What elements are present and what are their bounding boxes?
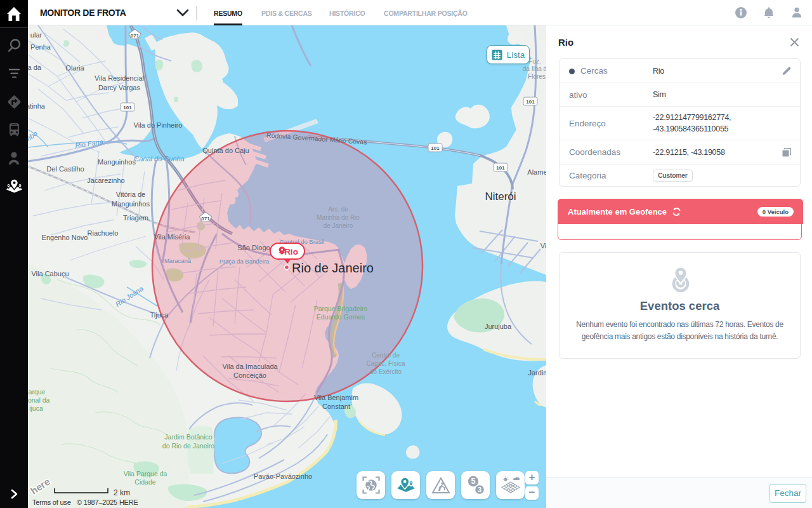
svg-text:atinha: atinha	[28, 102, 46, 110]
svg-text:101: 101	[496, 165, 505, 171]
svg-text:do Rio de Janeiro: do Rio de Janeiro	[162, 442, 214, 450]
svg-text:Centro de: Centro de	[372, 352, 400, 359]
svg-text:arque: arque	[29, 388, 46, 396]
svg-text:Flores: Flores	[528, 73, 546, 80]
svg-text:Manguinhos: Manguinhos	[112, 200, 150, 208]
svg-text:Constant: Constant	[322, 403, 350, 410]
svg-text:Vila do Pinheiro: Vila do Pinheiro	[134, 121, 183, 129]
svg-text:Alamed: Alamed	[527, 168, 546, 176]
svg-text:Conceição: Conceição	[233, 371, 266, 379]
svg-text:101: 101	[526, 99, 535, 105]
svg-text:do Exército: do Exército	[370, 368, 402, 375]
svg-text:Cidade: Cidade	[134, 478, 155, 486]
svg-text:Capac. Física: Capac. Física	[366, 360, 405, 367]
svg-text:Del Castilho: Del Castilho	[46, 165, 84, 173]
svg-text:101: 101	[123, 105, 132, 110]
svg-text:Vila da Imaculada: Vila da Imaculada	[222, 363, 278, 370]
svg-text:Riachuelo: Riachuelo	[88, 229, 119, 237]
svg-text:2 km: 2 km	[114, 488, 130, 497]
svg-text:Vila Cabuçu: Vila Cabuçu	[31, 270, 69, 277]
svg-text:Rio: Rio	[284, 247, 298, 257]
svg-text:Rio de Janeiro: Rio de Janeiro	[292, 261, 374, 275]
svg-text:Quinta do Caju: Quinta do Caju	[202, 147, 249, 154]
svg-text:Vila Residencial: Vila Residencial	[95, 74, 144, 82]
svg-text:de Janeiro: de Janeiro	[324, 222, 353, 229]
svg-text:Marinha do Rio: Marinha do Rio	[317, 214, 360, 221]
svg-text:5: 5	[471, 477, 475, 486]
svg-text:Jardim Botânico: Jardim Botânico	[164, 433, 212, 441]
svg-text:Manguinhos: Manguinhos	[98, 158, 136, 166]
svg-text:Pavão-Pavãozinho: Pavão-Pavãozinho	[254, 472, 312, 480]
svg-text:Engenho Novo: Engenho Novo	[42, 234, 88, 241]
svg-text:071: 071	[131, 33, 140, 39]
svg-text:Vila Benjamim: Vila Benjamim	[314, 394, 358, 401]
svg-text:Niterói: Niterói	[485, 190, 516, 203]
svg-text:© 1987–2025 HERE: © 1987–2025 HERE	[77, 498, 138, 506]
svg-text:ia da: ia da	[28, 64, 42, 71]
svg-text:Triagem: Triagem	[123, 214, 148, 222]
svg-text:Jacarezinho: Jacarezinho	[87, 177, 124, 184]
svg-text:3: 3	[477, 486, 481, 493]
svg-text:Canal do Cunha: Canal do Cunha	[134, 155, 185, 163]
svg-text:Darcy Vargas: Darcy Vargas	[98, 84, 140, 91]
svg-text:ional da: ional da	[28, 396, 50, 404]
svg-text:Vitória de: Vitória de	[116, 190, 145, 198]
svg-text:Olaria: Olaria	[65, 64, 84, 72]
svg-text:071: 071	[201, 216, 210, 222]
svg-text:Tijuca: Tijuca	[150, 311, 169, 319]
svg-text:Maracanã: Maracanã	[164, 257, 192, 264]
svg-text:Jurujuba: Jurujuba	[485, 323, 512, 330]
svg-text:ijuca: ijuca	[29, 404, 43, 412]
svg-text:Parque Brigadeiro: Parque Brigadeiro	[314, 305, 368, 312]
svg-text:Fuz.: Fuz.	[528, 58, 540, 65]
svg-text:ular: ular	[30, 31, 43, 39]
svg-text:Penha: Penha	[30, 43, 51, 51]
svg-text:101: 101	[431, 145, 440, 151]
svg-text:São Diogo: São Diogo	[237, 244, 270, 251]
svg-text:Terms of use: Terms of use	[32, 498, 71, 506]
svg-text:Eduardo Gomes: Eduardo Gomes	[317, 313, 365, 321]
svg-text:da Ilha d: da Ilha d	[523, 65, 546, 72]
svg-text:Ars. de: Ars. de	[328, 206, 348, 213]
svg-text:Jardim: Jardim	[528, 369, 546, 377]
svg-text:Vit: Vit	[540, 242, 546, 250]
svg-text:Vila Parque da: Vila Parque da	[124, 470, 167, 478]
svg-text:Praça da Bandeira: Praça da Bandeira	[219, 258, 270, 265]
svg-text:Vila Miséria: Vila Miséria	[154, 233, 191, 241]
